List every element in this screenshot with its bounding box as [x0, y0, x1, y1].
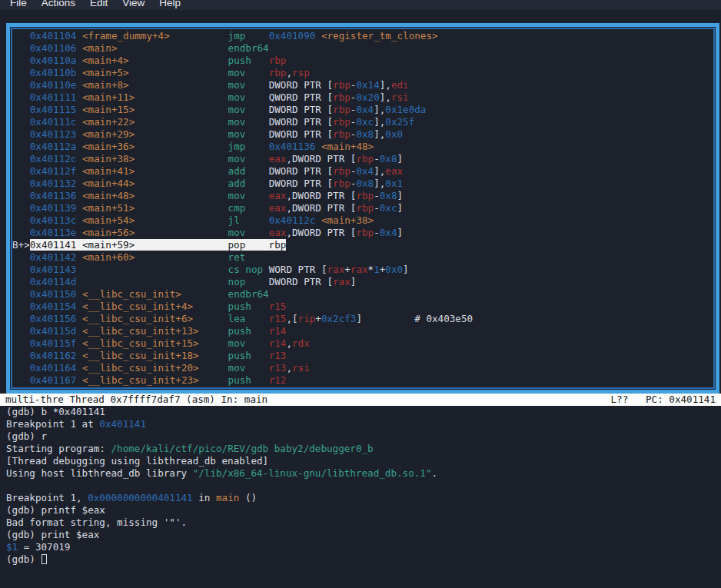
text-segment: rsi	[391, 91, 409, 103]
text-segment: WORD PTR [	[269, 264, 327, 275]
text-segment: 0x401090	[269, 30, 316, 42]
text-segment	[193, 301, 228, 312]
text-segment: rbp	[333, 91, 351, 103]
text-segment: <__libc_csu_init+23>	[82, 374, 199, 386]
asm-row: 0x401111 <main+11> mov QWORD PTR [rbp-0x…	[12, 91, 713, 104]
asm-row: 0x40114d nop DWORD PTR [rax]	[12, 276, 713, 288]
text-segment	[76, 153, 82, 164]
text-segment	[76, 264, 228, 275]
text-segment: 0x1e0da	[385, 104, 426, 115]
text-segment: 0x401139	[30, 202, 77, 214]
text-segment	[135, 128, 228, 140]
text-segment: mov	[228, 362, 269, 374]
menu-item-file[interactable]: File	[10, 0, 27, 9]
console-line: (gdb) print $eax	[0, 529, 721, 541]
text-segment: 0x4	[380, 227, 397, 238]
status-pc-info: L?? PC: 0x401141	[611, 394, 716, 406]
text-segment: <__libc_csu_init+6>	[82, 313, 193, 324]
asm-row: 0x401143 cs nop WORD PTR [rax+rax*1+0x0]	[12, 264, 713, 276]
menu-item-actions[interactable]: Actions	[42, 0, 75, 9]
text-segment: r12	[269, 374, 287, 386]
text-segment: rbp	[356, 190, 374, 201]
marker-gutter	[12, 214, 30, 226]
text-segment: 0x401143	[30, 264, 77, 275]
text-segment: ]	[403, 264, 409, 275]
console-line: [Thread debugging using libthread_db ena…	[0, 455, 721, 467]
marker-gutter	[12, 202, 30, 214]
marker-gutter	[12, 178, 30, 189]
text-segment	[76, 67, 82, 78]
text-segment: ]	[397, 190, 404, 201]
text-segment	[76, 178, 82, 189]
text-segment: <main+51>	[82, 202, 135, 214]
marker-gutter	[12, 227, 30, 238]
text-segment: push	[228, 55, 269, 66]
text-segment: -	[374, 190, 380, 201]
marker-gutter	[12, 141, 30, 152]
text-segment: mov	[228, 116, 269, 128]
text-segment: eax	[385, 165, 403, 177]
asm-row: 0x401167 <__libc_csu_init+23> push r12	[12, 374, 713, 387]
text-segment: 0x401167	[30, 374, 77, 386]
text-segment: in	[193, 492, 216, 503]
text-segment: r13	[269, 350, 287, 361]
marker-gutter	[12, 374, 30, 386]
text-segment: ,	[286, 67, 292, 78]
text-segment: 0x40113e	[30, 227, 77, 238]
asm-row: 0x401139 <main+51> cmp eax,DWORD PTR [rb…	[12, 202, 713, 214]
menu-item-help[interactable]: Help	[159, 0, 181, 9]
text-segment: 0x401150	[30, 288, 77, 300]
text-segment: 0x8	[380, 153, 397, 164]
text-segment	[76, 116, 82, 128]
text-segment: mov	[228, 190, 269, 201]
text-segment	[76, 202, 82, 214]
text-segment: 0x0	[385, 264, 403, 275]
text-segment: ,DWORD PTR [	[286, 190, 356, 201]
text-segment: rax	[327, 264, 344, 275]
text-segment: 0x401106	[30, 42, 77, 54]
text-segment: 0x40111c	[30, 116, 77, 128]
menu-item-view[interactable]: View	[122, 0, 145, 9]
text-segment: rbp	[333, 128, 351, 140]
text-segment: cmp	[228, 202, 269, 214]
text-segment	[135, 251, 228, 263]
text-segment	[199, 362, 228, 374]
text-segment: $1	[6, 541, 18, 553]
text-segment	[170, 30, 228, 42]
text-segment: ,DWORD PTR [	[286, 202, 356, 214]
marker-gutter	[12, 165, 30, 177]
text-segment: (gdb) r	[6, 430, 47, 442]
text-segment: add	[228, 178, 269, 189]
text-segment: <main+29>	[82, 128, 135, 140]
text-segment	[76, 337, 82, 349]
gdb-prompt-line[interactable]: (gdb)	[0, 553, 721, 566]
text-segment	[76, 141, 82, 152]
text-segment: DWORD PTR [	[269, 178, 333, 189]
text-segment: [Thread debugging using libthread_db ena…	[6, 455, 268, 467]
text-segment: <main+44>	[82, 178, 135, 189]
text-segment: r15	[269, 301, 287, 312]
asm-row: 0x401154 <__libc_csu_init+4> push r15	[12, 301, 713, 313]
text-segment: <main+56>	[82, 227, 135, 238]
text-segment: DWORD PTR [	[269, 79, 333, 91]
menu-item-edit[interactable]: Edit	[90, 0, 108, 9]
text-segment: <__libc_csu_init+20>	[82, 362, 199, 374]
text-segment	[129, 55, 228, 66]
text-segment: jmp	[228, 141, 269, 152]
text-segment: 0x401123	[30, 128, 77, 140]
text-segment: rbp	[356, 202, 374, 214]
text-segment: <__libc_csu_init+18>	[82, 350, 199, 361]
disassembly-window[interactable]: 0x401104 <frame_dummy+4> jmp 0x401090 <r…	[6, 23, 719, 394]
text-segment	[193, 313, 228, 324]
text-segment: 0x14	[356, 79, 379, 91]
text-segment: mov	[228, 128, 269, 140]
asm-row: 0x40112f <main+41> add DWORD PTR [rbp-0x…	[12, 165, 713, 178]
text-segment	[76, 301, 82, 312]
text-segment	[76, 288, 82, 300]
asm-row: 0x40113c <main+54> jl 0x40112c <main+38>	[12, 214, 713, 227]
text-segment	[76, 362, 82, 374]
marker-gutter	[12, 325, 30, 337]
text-segment: ]	[397, 202, 404, 214]
text-segment: jmp	[228, 30, 269, 42]
text-segment: eax	[269, 202, 287, 214]
